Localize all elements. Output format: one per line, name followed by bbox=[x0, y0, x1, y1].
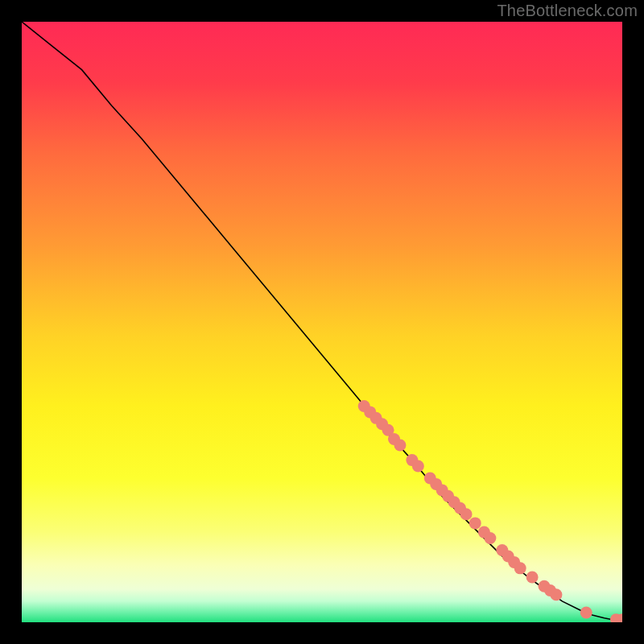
chart-stage: TheBottleneck.com bbox=[0, 0, 644, 644]
data-point bbox=[514, 562, 526, 574]
data-point bbox=[550, 588, 562, 601]
data-point bbox=[580, 607, 592, 619]
data-point bbox=[394, 439, 406, 451]
gradient-background bbox=[22, 22, 622, 622]
chart-svg bbox=[22, 22, 622, 622]
plot-area bbox=[22, 22, 622, 622]
data-point bbox=[460, 508, 473, 520]
data-point bbox=[526, 572, 539, 584]
data-point bbox=[412, 460, 424, 473]
data-point bbox=[469, 517, 481, 529]
data-point bbox=[484, 532, 496, 544]
watermark-text: TheBottleneck.com bbox=[497, 2, 638, 20]
